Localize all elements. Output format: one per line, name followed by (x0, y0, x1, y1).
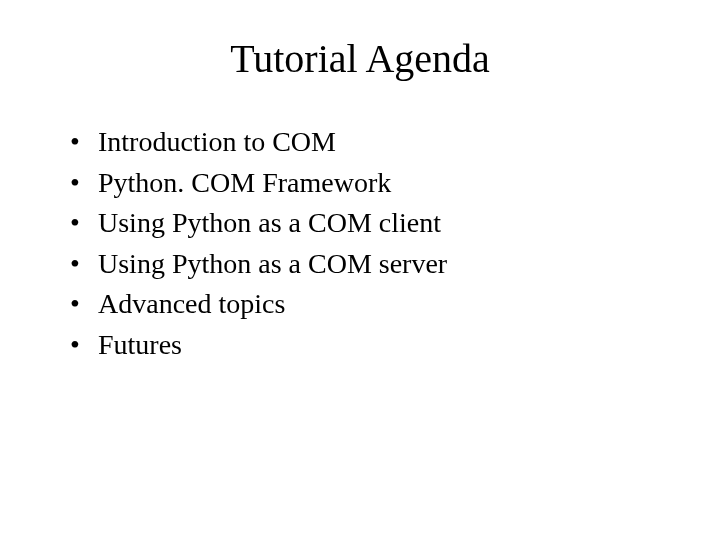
list-item: • Using Python as a COM client (70, 203, 660, 244)
bullet-icon: • (70, 284, 98, 325)
bullet-text: Using Python as a COM client (98, 203, 660, 244)
list-item: • Python. COM Framework (70, 163, 660, 204)
slide: Tutorial Agenda • Introduction to COM • … (0, 0, 720, 540)
slide-title: Tutorial Agenda (60, 35, 660, 82)
bullet-text: Using Python as a COM server (98, 244, 660, 285)
list-item: • Advanced topics (70, 284, 660, 325)
bullet-icon: • (70, 122, 98, 163)
bullet-text: Introduction to COM (98, 122, 660, 163)
bullet-text: Advanced topics (98, 284, 660, 325)
bullet-text: Python. COM Framework (98, 163, 660, 204)
bullet-icon: • (70, 163, 98, 204)
list-item: • Introduction to COM (70, 122, 660, 163)
list-item: • Using Python as a COM server (70, 244, 660, 285)
list-item: • Futures (70, 325, 660, 366)
bullet-list: • Introduction to COM • Python. COM Fram… (60, 122, 660, 366)
bullet-icon: • (70, 325, 98, 366)
bullet-text: Futures (98, 325, 660, 366)
bullet-icon: • (70, 203, 98, 244)
bullet-icon: • (70, 244, 98, 285)
